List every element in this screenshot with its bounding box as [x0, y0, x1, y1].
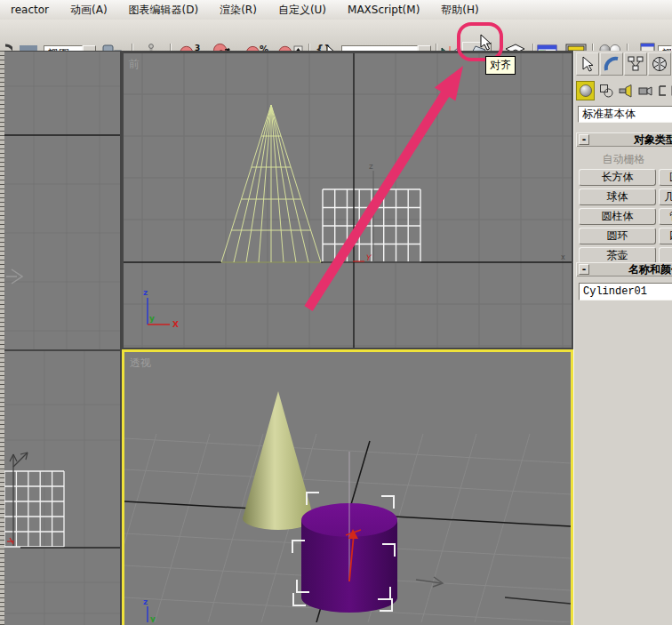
- svg-text:y: y: [149, 314, 155, 323]
- svg-text:z: z: [143, 288, 148, 297]
- collapse-icon[interactable]: -: [579, 264, 589, 275]
- svg-text:x: x: [561, 253, 565, 261]
- svg-text:X: X: [172, 320, 179, 329]
- menu-reactor[interactable]: reactor: [0, 0, 60, 20]
- object-axis-tripod: z Y: [353, 162, 373, 262]
- tab-create[interactable]: [576, 52, 599, 76]
- svg-text:y: y: [150, 614, 156, 622]
- perspective-viewport-label: 透视: [130, 356, 151, 371]
- rollout-title: 对象类型: [592, 132, 672, 148]
- svg-text:z: z: [143, 597, 148, 606]
- viewport-axis-tripod: z y: [143, 597, 156, 622]
- perspective-viewport-canvas: z y: [124, 352, 571, 622]
- pyramid-button[interactable]: 四棱锥: [659, 228, 672, 244]
- align-tooltip: 对齐: [485, 56, 516, 75]
- command-panel: 标准基本体 - 对象类型 自动栅格 长方体 圆锥体 球体 几何球体 圆柱体 管状…: [573, 51, 672, 625]
- rollout-name-color[interactable]: - 名称和颜色: [576, 262, 672, 276]
- tube-button[interactable]: 管状体: [659, 208, 672, 225]
- front-viewport-canvas: x z Y: [124, 53, 572, 348]
- box-button[interactable]: 长方体: [579, 169, 656, 186]
- main-toolbar: 视图 ▼: [0, 20, 672, 52]
- svg-text:z: z: [369, 162, 373, 171]
- primitive-category-dropdown[interactable]: 标准基本体: [578, 106, 672, 123]
- bottom-left-viewport-canvas: [4, 351, 120, 625]
- tab-motion[interactable]: [648, 52, 671, 76]
- menu-graph-editors[interactable]: 图表编辑器(D): [118, 0, 210, 20]
- viewport-perspective[interactable]: 透视: [122, 349, 573, 625]
- rollout-object-type[interactable]: - 对象类型: [576, 132, 672, 147]
- menu-customize[interactable]: 自定义(U): [268, 0, 337, 20]
- cone-button[interactable]: 圆锥体: [659, 169, 672, 186]
- front-viewport-label: 前: [129, 57, 140, 72]
- menu-maxscript[interactable]: MAXScript(M): [337, 0, 430, 20]
- object-name-field[interactable]: Cylinder01: [579, 283, 672, 300]
- menu-rendering[interactable]: 渲染(R): [209, 0, 268, 20]
- rollout-title: 名称和颜色: [592, 262, 672, 277]
- viewport-area: 前: [0, 51, 672, 625]
- collapse-icon[interactable]: -: [579, 134, 589, 145]
- menu-bar: reactor 动画(A) 图表编辑器(D) 渲染(R) 自定义(U) MAXS…: [0, 0, 672, 20]
- tab-hierarchy[interactable]: [624, 52, 647, 76]
- top-left-viewport-canvas: [4, 52, 120, 349]
- menu-animation[interactable]: 动画(A): [60, 0, 118, 20]
- plane-object-wireframe[interactable]: [323, 189, 420, 262]
- 3dsmax-window: reactor 动画(A) 图表编辑器(D) 渲染(R) 自定义(U) MAXS…: [0, 0, 672, 625]
- cone-object-wireframe[interactable]: [221, 105, 321, 262]
- menu-help[interactable]: 帮助(H): [430, 0, 489, 20]
- geosphere-button[interactable]: 几何球体: [659, 188, 672, 205]
- tab-modify[interactable]: [600, 52, 623, 76]
- viewport-axis-tripod: z X y: [143, 288, 179, 329]
- torus-button[interactable]: 圆环: [579, 228, 656, 244]
- cylinder-button[interactable]: 圆柱体: [579, 208, 656, 225]
- sphere-button[interactable]: 球体: [579, 188, 656, 205]
- autogrid-label: 自动栅格: [574, 152, 672, 167]
- cone-object[interactable]: [243, 391, 314, 530]
- category-lights-button[interactable]: [616, 81, 635, 100]
- category-shapes-button[interactable]: [596, 81, 615, 100]
- category-cameras-button[interactable]: [636, 81, 654, 100]
- category-geometry-button[interactable]: [576, 81, 595, 100]
- viewport-top-left-clipped[interactable]: [4, 52, 120, 349]
- viewport-front[interactable]: 前: [122, 52, 573, 349]
- viewport-bottom-left-clipped[interactable]: [4, 351, 120, 625]
